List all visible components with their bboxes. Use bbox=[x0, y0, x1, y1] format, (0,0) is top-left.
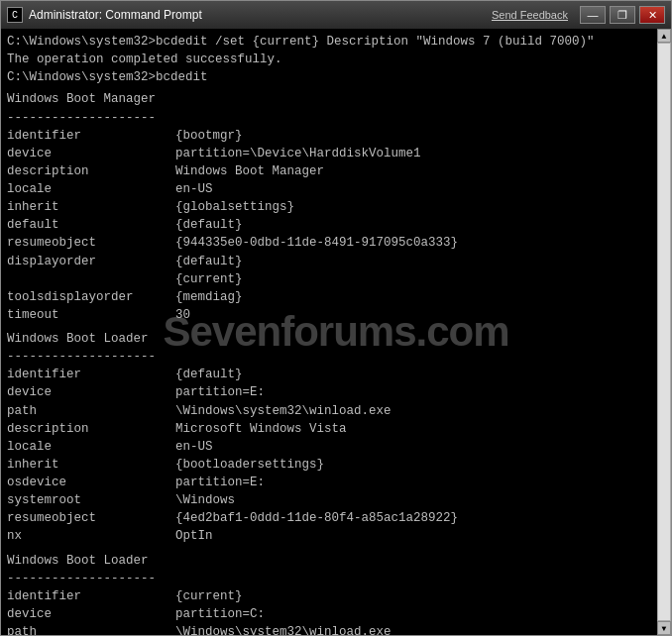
scroll-up-arrow[interactable]: ▲ bbox=[657, 29, 671, 43]
content-wrapper: C:\Windows\system32>bcdedit /set {curren… bbox=[1, 29, 671, 635]
window-title: Administrator: Command Prompt bbox=[29, 8, 202, 22]
row-resumeobject-2: resumeobject{4ed2baf1-0ddd-11de-80f4-a85… bbox=[7, 509, 651, 527]
row-timeout: timeout30 bbox=[7, 306, 651, 324]
row-device-3: devicepartition=C: bbox=[7, 605, 651, 623]
restore-button[interactable]: ❐ bbox=[610, 6, 635, 24]
row-identifier-3: identifier{current} bbox=[7, 587, 651, 605]
section-header-3: Windows Boot Loader bbox=[7, 552, 651, 570]
terminal[interactable]: C:\Windows\system32>bcdedit /set {curren… bbox=[1, 29, 657, 635]
row-locale-2: localeen-US bbox=[7, 438, 651, 456]
row-locale-1: localeen-US bbox=[7, 180, 651, 198]
terminal-content: Windows Boot Manager -------------------… bbox=[7, 90, 651, 635]
close-button[interactable]: ✕ bbox=[639, 6, 665, 24]
row-device-1: devicepartition=\Device\HarddiskVolume1 bbox=[7, 145, 651, 162]
row-inherit-1: inherit{globalsettings} bbox=[7, 198, 651, 216]
minimize-button[interactable]: — bbox=[580, 6, 606, 24]
row-description-2: descriptionMicrosoft Windows Vista bbox=[7, 420, 651, 438]
row-displayorder-1: displayorder{default} bbox=[7, 253, 651, 270]
row-identifier-2: identifier{default} bbox=[7, 366, 651, 383]
section-header-1: Windows Boot Manager bbox=[7, 90, 651, 108]
bcdedit-command: C:\Windows\system32>bcdedit bbox=[7, 68, 651, 86]
row-default-1: default{default} bbox=[7, 216, 651, 234]
title-bar: C Administrator: Command Prompt Send Fee… bbox=[1, 1, 671, 29]
app-icon: C bbox=[7, 7, 23, 23]
row-path-3: path\Windows\system32\winload.exe bbox=[7, 623, 651, 635]
content-area: C:\Windows\system32>bcdedit /set {curren… bbox=[1, 29, 671, 635]
row-toolsdisplayorder: toolsdisplayorder{memdiag} bbox=[7, 288, 651, 306]
window: C Administrator: Command Prompt Send Fee… bbox=[0, 0, 672, 636]
row-inherit-2: inherit{bootloadersettings} bbox=[7, 456, 651, 474]
row-osdevice-2: osdevicepartition=E: bbox=[7, 474, 651, 491]
section-header-2: Windows Boot Loader bbox=[7, 330, 651, 348]
row-device-2: devicepartition=E: bbox=[7, 383, 651, 401]
section-divider-3: -------------------- bbox=[7, 570, 651, 587]
row-path-2: path\Windows\system32\winload.exe bbox=[7, 402, 651, 420]
row-displayorder-2: {current} bbox=[7, 270, 651, 288]
row-systemroot-2: systemroot\Windows bbox=[7, 491, 651, 509]
row-resumeobject-1: resumeobject{944335e0-0dbd-11de-8491-917… bbox=[7, 234, 651, 252]
operation-result: The operation completed successfully. bbox=[7, 51, 651, 68]
command-line: C:\Windows\system32>bcdedit /set {curren… bbox=[7, 33, 651, 51]
scroll-track[interactable] bbox=[657, 43, 671, 621]
title-bar-left: C Administrator: Command Prompt bbox=[7, 7, 202, 23]
row-nx-2: nxOptIn bbox=[7, 527, 651, 545]
section-divider-2: -------------------- bbox=[7, 348, 651, 366]
row-description-1: descriptionWindows Boot Manager bbox=[7, 162, 651, 180]
scrollbar[interactable]: ▲ ▼ bbox=[657, 29, 671, 635]
scroll-down-arrow[interactable]: ▼ bbox=[657, 621, 671, 635]
section-divider-1: -------------------- bbox=[7, 109, 651, 127]
row-identifier-1: identifier{bootmgr} bbox=[7, 127, 651, 145]
send-feedback-link[interactable]: Send Feedback bbox=[492, 9, 568, 21]
title-bar-right: Send Feedback — ❐ ✕ bbox=[492, 6, 665, 24]
